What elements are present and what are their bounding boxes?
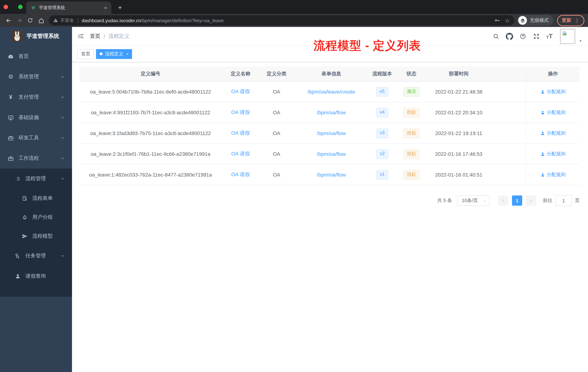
font-size-icon[interactable]: TT xyxy=(546,33,553,39)
definition-category: OA xyxy=(259,151,294,157)
definition-id: oa_leave:1:482ec033-762a-11ec-8477-a2380… xyxy=(79,172,222,178)
goto-label: 前往 xyxy=(543,197,552,204)
broken-image-icon xyxy=(562,30,567,36)
sidebar-item-leave-query[interactable]: 请假查询 xyxy=(0,266,72,286)
current-page-button[interactable]: 1 xyxy=(512,196,522,206)
assign-rule-link[interactable]: 分配规则 xyxy=(540,130,566,136)
sidebar-item-user-group[interactable]: 用户分组 xyxy=(0,208,72,227)
sidebar-item-process-mgmt[interactable]: 流程管理 xyxy=(0,169,72,189)
breadcrumb-home[interactable]: 首页 xyxy=(90,33,100,40)
browser-menu-icon[interactable]: ⋮ xyxy=(575,17,580,23)
macos-minimize-button[interactable] xyxy=(0,5,4,9)
sidebar-item-process-model[interactable]: 流程模型 xyxy=(0,227,72,246)
gear-icon: ⚙ xyxy=(8,74,14,80)
sidebar-item-process-form[interactable]: 流程表单 xyxy=(0,189,72,208)
prev-page-button[interactable] xyxy=(498,196,508,206)
page-size-select[interactable]: 10条/页 xyxy=(457,196,490,206)
security-label[interactable]: 不安全 xyxy=(60,17,74,23)
definition-id: oa_leave:2:3c1f0ef1-76b1-11ec-9c66-a2380… xyxy=(79,151,222,157)
assign-rule-link[interactable]: 分配规则 xyxy=(540,88,566,95)
font-size-large-glyph: T xyxy=(549,33,553,39)
sidebar-item-dev-tools[interactable]: 研发工具 xyxy=(0,128,72,148)
next-page-button[interactable] xyxy=(526,196,536,206)
form-link[interactable]: /bpm/oa/leave/create xyxy=(307,89,355,95)
sidebar-item-system-mgmt[interactable]: ⚙ 系统管理 xyxy=(0,67,72,87)
new-tab-button[interactable]: + xyxy=(116,3,124,12)
sidebar-logo-row[interactable]: 芋道管理系统 xyxy=(0,27,72,45)
chevron-up-icon xyxy=(60,176,65,181)
avatar-caret-down-icon[interactable]: ▾ xyxy=(579,38,581,44)
action-label: 分配规则 xyxy=(547,171,566,178)
app-header: 首页 / 流程定义 流程模型 - 定义列表 TT ▾ xyxy=(72,27,588,46)
forward-button[interactable] xyxy=(15,16,24,25)
assign-rule-link[interactable]: 分配规则 xyxy=(540,171,566,178)
form-link[interactable]: /bpm/oa/flow xyxy=(317,151,346,157)
column-header: 流程版本 xyxy=(369,71,396,77)
form-link[interactable]: /bpm/oa/flow xyxy=(317,109,346,115)
macos-zoom-button[interactable] xyxy=(18,5,22,9)
help-icon[interactable] xyxy=(519,33,527,40)
sidebar-item-home[interactable]: 首页 xyxy=(0,46,72,67)
tag-label: 首页 xyxy=(81,51,90,57)
sidebar-item-payment-mgmt[interactable]: ¥ 支付管理 xyxy=(0,87,72,107)
browser-tab[interactable]: 芋道管理系统 × xyxy=(26,1,111,14)
goto-page-input[interactable] xyxy=(555,195,572,206)
tree-icon xyxy=(15,253,21,259)
version-badge: v3 xyxy=(376,128,388,138)
reload-button[interactable] xyxy=(25,16,35,25)
tag-process-definition[interactable]: 流程定义 × xyxy=(96,49,132,59)
home-button[interactable] xyxy=(36,16,46,25)
form-link[interactable]: /bpm/oa/flow xyxy=(317,172,346,178)
search-icon[interactable] xyxy=(493,33,500,40)
deploy-time: 2022-01-22 21:48:38 xyxy=(427,89,490,95)
definition-name-link[interactable]: OA 请假 xyxy=(231,109,250,116)
user-avatar[interactable] xyxy=(560,29,576,44)
fullscreen-icon[interactable] xyxy=(533,33,540,40)
definition-name-link[interactable]: OA 请假 xyxy=(231,130,250,136)
assign-rule-link[interactable]: 分配规则 xyxy=(540,151,566,157)
active-tag-dot xyxy=(100,52,103,55)
password-key-icon[interactable] xyxy=(494,17,500,23)
red-annotation-title: 流程模型 - 定义列表 xyxy=(314,38,421,54)
url-path: /bpm/manager/definition?key=oa_leave xyxy=(141,18,224,23)
status-badge: 激活 xyxy=(403,87,420,97)
tag-home[interactable]: 首页 xyxy=(77,49,94,59)
column-header: 表单信息 xyxy=(294,71,369,77)
action-label: 分配规则 xyxy=(547,151,566,157)
assign-rule-link[interactable]: 分配规则 xyxy=(540,109,566,116)
chevron-down-icon xyxy=(60,136,65,140)
user-icon xyxy=(540,89,545,94)
browser-update-button[interactable]: 更新 ⋮ xyxy=(557,15,584,26)
list-icon xyxy=(15,176,21,182)
sidebar-item-workflow[interactable]: 工作流程 xyxy=(0,148,72,169)
tab-close-icon[interactable]: × xyxy=(104,5,107,10)
definition-name-link[interactable]: OA 请假 xyxy=(231,88,250,95)
sidebar-item-infrastructure[interactable]: 基础设施 xyxy=(0,107,72,128)
user-icon xyxy=(15,273,21,279)
sidebar-collapse-icon[interactable] xyxy=(75,30,87,42)
form-link[interactable]: /bpm/oa/flow xyxy=(317,130,346,136)
deploy-time: 2022-01-22 20:34:10 xyxy=(427,109,490,115)
sidebar-item-label: 用户分组 xyxy=(32,214,53,220)
sidebar-item-task-mgmt[interactable]: 任务管理 xyxy=(0,246,72,266)
update-label: 更新 xyxy=(562,17,571,24)
back-button[interactable] xyxy=(4,16,13,25)
goto-suffix: 页 xyxy=(575,197,580,204)
definition-name-link[interactable]: OA 请假 xyxy=(231,151,250,157)
github-icon[interactable] xyxy=(506,33,513,40)
action-label: 分配规则 xyxy=(547,88,566,95)
sidebar-item-label: 研发工具 xyxy=(19,135,39,141)
definition-name-link[interactable]: OA 请假 xyxy=(231,171,250,178)
tag-close-icon[interactable]: × xyxy=(126,52,128,56)
dashboard-icon xyxy=(8,53,14,59)
version-badge: v1 xyxy=(376,170,388,180)
pagination: 共 5 条 10条/页 1 前往 页 xyxy=(79,195,580,206)
action-label: 分配规则 xyxy=(547,130,566,136)
deploy-time: 2022-01-22 19:19:11 xyxy=(427,130,490,136)
column-header: 定义分类 xyxy=(259,71,294,77)
address-bar[interactable]: 不安全 dashboard.yudao.iocoder.cn/bpm/manag… xyxy=(49,15,514,25)
url-text[interactable]: dashboard.yudao.iocoder.cn/bpm/manager/d… xyxy=(82,18,489,23)
font-size-small-glyph: T xyxy=(546,35,549,39)
user-icon xyxy=(540,131,545,136)
bookmark-star-icon[interactable]: ☆ xyxy=(505,18,510,23)
